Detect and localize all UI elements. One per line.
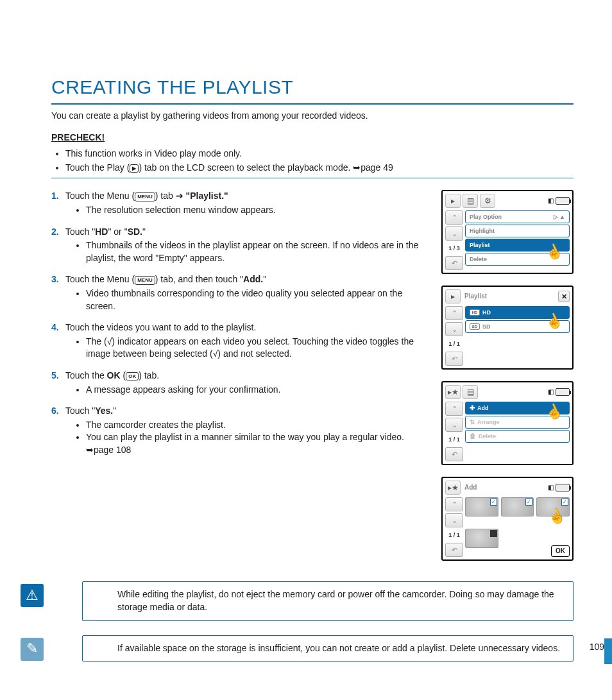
text: Touch " (65, 405, 95, 416)
text: Yes. (95, 405, 113, 416)
divider (51, 178, 574, 178)
text: HD (95, 226, 108, 237)
intro-text: You can create a playlist by gathering v… (51, 110, 574, 123)
list-icon[interactable]: ▤ (463, 385, 478, 399)
playlist-icon[interactable]: ▸★ (445, 385, 461, 399)
precheck-item: This function works in Video play mode o… (65, 148, 574, 160)
text: You can play the playlist in a manner si… (86, 432, 404, 442)
text: " (142, 226, 146, 237)
check-icon: ✓ (561, 499, 568, 506)
bullet: You can play the playlist in a manner si… (86, 431, 429, 456)
menu-row-add[interactable]: ✚Add (465, 402, 570, 414)
step-3: Touch the Menu (MENU) tab, and then touc… (65, 273, 429, 312)
screenshot-panel-menu: ▸ ▤ ⚙ ◧ ⌃ ⌄ 1 / 3 ↶ Play Option▷ ▲ Highl… (441, 190, 574, 274)
menu-row-delete[interactable]: Delete (465, 253, 570, 266)
step-4: Touch the videos you want to add to the … (65, 321, 429, 361)
precheck-item: Touch the Play (▶) tab on the LCD screen… (65, 162, 574, 175)
nav-up-button[interactable]: ⌃ (445, 210, 463, 225)
battery-icon: ◧ (548, 196, 570, 205)
menu-row-highlight[interactable]: Highlight (465, 225, 570, 237)
note-icon: ✎ (21, 638, 44, 661)
nav-down-button[interactable]: ⌄ (445, 513, 463, 527)
panel-title: Playlist (464, 292, 487, 301)
sd-chip-icon: SD (470, 323, 480, 330)
page-indicator: 1 / 1 (445, 434, 463, 445)
play-mode-icon[interactable]: ▸ (445, 194, 461, 208)
nav-up-button[interactable]: ⌃ (445, 402, 463, 416)
check-icon: ✓ (490, 499, 497, 506)
bullet: Thumbnails of the videos in the playlist… (86, 239, 429, 264)
nav-down-button[interactable]: ⌄ (445, 418, 463, 432)
label: Delete (479, 432, 496, 441)
text: " (263, 274, 266, 284)
warning-callout: While editing the playlist, do not eject… (82, 581, 574, 620)
video-thumbnail[interactable] (465, 529, 498, 548)
nav-up-button[interactable]: ⌃ (445, 497, 463, 511)
back-button[interactable]: ↶ (445, 447, 463, 461)
play-tab-icon: ▶ (130, 164, 139, 173)
label: HD (482, 309, 491, 317)
text: Touch the videos you want to add to the … (65, 322, 256, 332)
text: ) tab (155, 191, 176, 201)
back-button[interactable]: ↶ (445, 352, 463, 366)
precheck-list: This function works in Video play mode o… (51, 148, 574, 174)
video-thumbnail[interactable]: ✓ (501, 497, 534, 516)
page-number: 109 (590, 641, 604, 654)
warning-icon: ⚠ (21, 584, 44, 607)
note-callout: If available space on the storage is ins… (82, 635, 574, 662)
ok-button[interactable]: OK (551, 545, 570, 557)
bullet: A message appears asking for your confir… (86, 384, 429, 397)
step-5: Touch the OK (OK) tab. A message appears… (65, 370, 429, 396)
text: Touch the Play ( (65, 162, 130, 173)
step-1: Touch the Menu (MENU) tab ➔ "Playlist." … (65, 190, 429, 216)
menu-row-playlist[interactable]: Playlist (465, 239, 570, 252)
screenshot-panel-add-menu: ▸★ ▤ ◧ ⌃ ⌄ 1 / 1 ↶ ✚Add ⇅Arrange 🗑Delete (441, 381, 574, 465)
back-button[interactable]: ↶ (445, 543, 463, 557)
text: ) tab on the LCD screen to select the pl… (139, 162, 353, 173)
page-ref: page 108 (94, 445, 131, 455)
label: Play Option (470, 213, 502, 221)
bullet: The resolution selection menu window app… (86, 204, 429, 217)
menu-row-hd[interactable]: HDHD (465, 306, 570, 319)
page-ref: page 49 (361, 162, 393, 173)
text: Touch the Menu ( (65, 191, 135, 201)
menu-row-arrange[interactable]: ⇅Arrange (465, 416, 570, 429)
arrow-icon: ➔ (176, 191, 183, 201)
close-button[interactable]: ✕ (558, 291, 570, 302)
label: Arrange (477, 418, 500, 427)
gear-icon[interactable]: ⚙ (480, 194, 495, 208)
video-thumbnail[interactable]: ✓ (536, 497, 570, 516)
battery-icon: ◧ (548, 388, 570, 397)
battery-icon: ◧ (548, 483, 570, 492)
menu-icon: MENU (135, 276, 155, 284)
step-6: Touch "Yes." The camcorder creates the p… (65, 405, 429, 456)
list-icon[interactable]: ▤ (463, 194, 478, 208)
check-icon (490, 530, 497, 537)
menu-row-sd[interactable]: SDSD (465, 320, 570, 333)
ok-icon: OK (126, 372, 139, 380)
label: SD (482, 323, 491, 331)
menu-row-play-option[interactable]: Play Option▷ ▲ (465, 210, 570, 223)
nav-down-button[interactable]: ⌄ (445, 226, 463, 241)
back-button[interactable]: ↶ (445, 256, 463, 270)
video-thumbnail[interactable]: ✓ (465, 497, 498, 516)
text: " (113, 405, 116, 416)
text: Touch " (65, 226, 95, 237)
step-2: Touch "HD" or "SD." Thumbnails of the vi… (65, 226, 429, 265)
text: "Playlist." (183, 191, 228, 201)
page-title: CREATING THE PLAYLIST (51, 74, 574, 105)
menu-row-delete[interactable]: 🗑Delete (465, 430, 570, 443)
nav-up-button[interactable]: ⌃ (445, 306, 463, 320)
check-icon: ✓ (525, 499, 532, 506)
text: Touch the Menu ( (65, 274, 135, 284)
section-tab (604, 638, 612, 664)
page-indicator: 1 / 1 (445, 338, 463, 350)
nav-down-button[interactable]: ⌄ (445, 322, 463, 336)
text: OK (107, 370, 121, 380)
steps-list: Touch the Menu (MENU) tab ➔ "Playlist." … (51, 190, 429, 456)
playlist-icon[interactable]: ▸★ (445, 481, 461, 495)
play-mode-icon[interactable]: ▸ (445, 289, 461, 303)
panel-title: Add (464, 483, 477, 492)
text: ( (121, 370, 126, 380)
precheck-label: PRECHECK! (51, 132, 574, 144)
